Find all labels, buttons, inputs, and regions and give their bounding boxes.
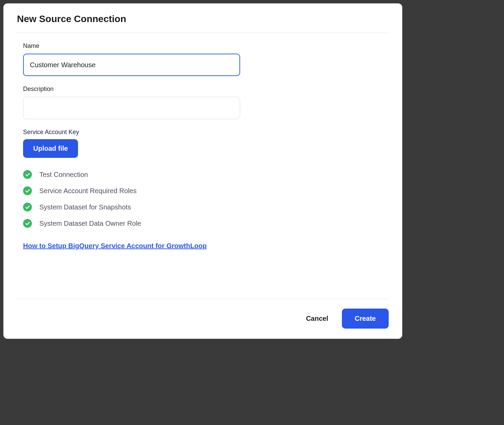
- description-label: Description: [23, 86, 383, 93]
- new-source-connection-modal: New Source Connection Name Description S…: [3, 3, 402, 339]
- check-item-system-dataset-snapshots: System Dataset for Snapshots: [23, 203, 383, 211]
- check-circle-icon: [23, 170, 32, 179]
- header-divider: [17, 33, 389, 33]
- service-account-key-group: Service Account Key Upload file: [23, 129, 383, 158]
- check-item-system-dataset-owner-role: System Dataset Data Owner Role: [23, 219, 383, 228]
- cancel-button[interactable]: Cancel: [306, 315, 328, 322]
- create-button[interactable]: Create: [342, 309, 389, 329]
- footer-actions: Cancel Create: [17, 309, 389, 329]
- help-link-bigquery-setup[interactable]: How to Setup BigQuery Service Account fo…: [23, 242, 207, 250]
- check-label: Service Account Required Roles: [39, 187, 137, 195]
- form-body: Name Description Service Account Key Upl…: [17, 42, 389, 289]
- check-label: System Dataset for Snapshots: [39, 203, 131, 211]
- footer-divider: [17, 299, 389, 299]
- upload-file-button[interactable]: Upload file: [23, 139, 78, 158]
- check-label: System Dataset Data Owner Role: [39, 220, 141, 227]
- name-label: Name: [23, 42, 383, 50]
- check-item-test-connection: Test Connection: [23, 170, 383, 179]
- name-input[interactable]: [23, 54, 240, 76]
- description-field-group: Description: [23, 86, 383, 119]
- check-list: Test Connection Service Account Required…: [23, 170, 383, 228]
- check-circle-icon: [23, 186, 32, 195]
- modal-title: New Source Connection: [17, 14, 389, 24]
- service-account-key-label: Service Account Key: [23, 129, 383, 136]
- check-label: Test Connection: [39, 171, 88, 179]
- check-circle-icon: [23, 219, 32, 228]
- name-field-group: Name: [23, 42, 383, 76]
- check-item-service-account-roles: Service Account Required Roles: [23, 186, 383, 195]
- check-circle-icon: [23, 203, 32, 211]
- description-input[interactable]: [23, 97, 240, 119]
